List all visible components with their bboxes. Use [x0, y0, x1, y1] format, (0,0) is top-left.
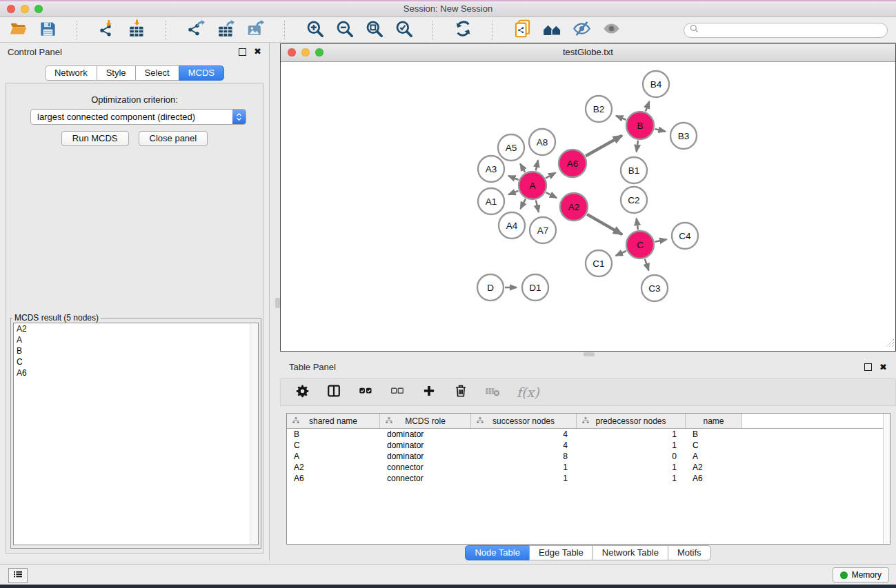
tab-network-table[interactable]: Network Table	[593, 545, 668, 560]
edge-C-C2[interactable]	[637, 219, 638, 230]
table-row[interactable]: Cdominator41C	[287, 440, 890, 451]
node-C4[interactable]: C4	[672, 223, 698, 249]
edge-A6-B[interactable]	[586, 136, 622, 156]
zoom-selected-button[interactable]	[394, 21, 413, 40]
edge-B-B1[interactable]	[637, 141, 638, 152]
mcds-result-item[interactable]: A	[14, 334, 258, 345]
table-row[interactable]: A2connector11A2	[287, 462, 890, 473]
zoom-fit-button[interactable]	[364, 21, 384, 40]
network-minimize-button[interactable]	[301, 48, 310, 57]
window-minimize-button[interactable]	[21, 5, 29, 13]
export-network-button[interactable]	[186, 21, 206, 40]
window-resize-grip[interactable]	[886, 338, 895, 350]
edge-A-A4[interactable]	[520, 199, 525, 209]
column-header-shared-name[interactable]: shared name	[287, 414, 380, 428]
window-zoom-button[interactable]	[34, 5, 43, 13]
mcds-result-item[interactable]: C	[14, 356, 258, 367]
node-C[interactable]: C	[626, 231, 654, 258]
import-table-button[interactable]	[127, 21, 146, 40]
tab-mcds[interactable]: MCDS	[179, 65, 224, 81]
float-table-panel-icon[interactable]	[864, 363, 872, 371]
tab-select[interactable]: Select	[135, 65, 179, 81]
table-row[interactable]: A6connector11A6	[287, 473, 890, 484]
node-B[interactable]: B	[626, 112, 654, 139]
column-header-predecessor-nodes[interactable]: predecessor nodes	[577, 414, 686, 428]
hide-selected-button[interactable]	[572, 21, 591, 40]
edge-A2-C[interactable]	[587, 214, 622, 234]
mcds-result-item[interactable]: A2	[14, 323, 258, 334]
tab-network[interactable]: Network	[45, 65, 97, 81]
memory-button[interactable]: Memory	[833, 567, 889, 582]
float-panel-icon[interactable]	[239, 48, 246, 56]
node-A[interactable]: A	[519, 172, 546, 199]
select-all-button[interactable]	[358, 384, 373, 401]
node-D[interactable]: D	[477, 274, 504, 301]
node-A6[interactable]: A6	[559, 150, 586, 177]
run-mcds-button[interactable]: Run MCDS	[61, 131, 129, 146]
result-list-scrollbar[interactable]	[250, 323, 258, 545]
node-A2[interactable]: A2	[560, 193, 588, 221]
edge-C-C1[interactable]	[616, 251, 626, 256]
table-scrollbar[interactable]	[883, 414, 890, 544]
node-C2[interactable]: C2	[621, 187, 647, 213]
search-input[interactable]	[702, 25, 882, 36]
open-session-button[interactable]	[8, 21, 28, 40]
edge-A-A1[interactable]	[508, 191, 518, 194]
tab-node-table[interactable]: Node Table	[465, 545, 530, 560]
edge-A-A3[interactable]	[508, 176, 519, 180]
table-row[interactable]: Adominator80A	[287, 451, 890, 462]
column-header-successor-nodes[interactable]: successor nodes	[471, 414, 577, 428]
edge-A-A2[interactable]	[546, 192, 557, 198]
column-visibility-button[interactable]	[326, 384, 341, 401]
vertical-splitter-handle[interactable]	[275, 298, 280, 308]
mcds-result-list[interactable]: A2ABCA6	[13, 323, 259, 545]
node-A7[interactable]: A7	[530, 217, 556, 243]
node-B3[interactable]: B3	[670, 123, 697, 149]
network-window-titlebar[interactable]: testGlobe.txt	[281, 44, 895, 62]
criterion-dropdown[interactable]: largest connected component (directed)	[30, 109, 246, 125]
edge-B-B4[interactable]	[646, 101, 649, 111]
deselect-all-button[interactable]	[390, 384, 405, 401]
window-close-button[interactable]	[7, 5, 15, 13]
edge-B-B2[interactable]	[616, 116, 626, 120]
export-table-button[interactable]	[216, 21, 235, 40]
delete-column-button[interactable]	[453, 384, 468, 401]
new-network-from-selection-button[interactable]	[512, 21, 532, 40]
edge-A-A6[interactable]	[546, 173, 555, 179]
close-panel-button[interactable]: Close panel	[139, 131, 208, 146]
node-A8[interactable]: A8	[529, 129, 555, 155]
node-B2[interactable]: B2	[586, 96, 612, 122]
node-C3[interactable]: C3	[641, 275, 668, 301]
first-neighbors-button[interactable]	[542, 21, 561, 40]
create-column-button[interactable]	[421, 384, 437, 401]
tab-motifs[interactable]: Motifs	[668, 545, 711, 560]
close-panel-icon[interactable]: ✖	[254, 48, 261, 55]
apply-layout-button[interactable]	[453, 21, 472, 40]
edge-C-C3[interactable]	[645, 259, 649, 271]
close-table-panel-icon[interactable]: ✖	[879, 364, 887, 371]
edge-C-C4[interactable]	[655, 239, 667, 241]
horizontal-splitter-handle[interactable]	[584, 352, 595, 356]
node-A5[interactable]: A5	[498, 134, 524, 161]
table-row[interactable]: Bdominator41B	[287, 429, 890, 440]
mcds-result-item[interactable]: B	[14, 345, 258, 356]
network-canvas[interactable]: B4B2BB3A8A5A6A3B1AC2A1A2A4A7C4CC1C3DD1	[281, 61, 895, 351]
node-A1[interactable]: A1	[478, 188, 504, 214]
tab-style[interactable]: Style	[97, 65, 136, 81]
edge-B-B3[interactable]	[655, 129, 665, 132]
save-session-button[interactable]	[38, 21, 57, 40]
column-header-name[interactable]: name	[686, 414, 742, 428]
node-B4[interactable]: B4	[643, 71, 669, 97]
node-D1[interactable]: D1	[522, 274, 548, 301]
node-A3[interactable]: A3	[478, 156, 504, 182]
column-header-MCDS-role[interactable]: MCDS role	[380, 414, 471, 428]
zoom-in-button[interactable]	[305, 21, 324, 40]
search-box[interactable]	[684, 23, 888, 38]
show-all-button[interactable]	[601, 21, 621, 40]
network-zoom-button[interactable]	[315, 48, 323, 57]
export-image-button[interactable]	[246, 21, 265, 40]
node-C1[interactable]: C1	[586, 250, 612, 276]
tab-edge-table[interactable]: Edge Table	[529, 545, 593, 560]
zoom-out-button[interactable]	[335, 21, 354, 40]
edge-A-A8[interactable]	[536, 160, 538, 170]
